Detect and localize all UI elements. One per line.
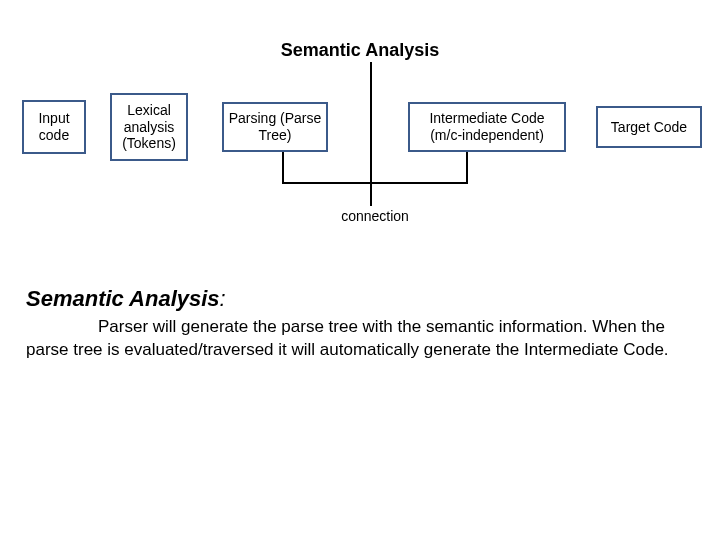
- section-heading-text: Semantic Analysis: [26, 286, 220, 311]
- box-lexical: Lexical analysis (Tokens): [110, 93, 188, 161]
- section-heading: Semantic Analysis:: [26, 286, 226, 312]
- box-target-label: Target Code: [611, 119, 687, 136]
- connector-title-down: [370, 62, 372, 182]
- connector-bottom-join: [282, 182, 468, 184]
- connector-bottom-center: [370, 182, 372, 206]
- box-parsing-label: Parsing (Parse Tree): [228, 110, 322, 144]
- box-input-code: Input code: [22, 100, 86, 154]
- diagram-title: Semantic Analysis: [0, 40, 720, 61]
- box-lexical-label: Lexical analysis (Tokens): [116, 102, 182, 152]
- box-target: Target Code: [596, 106, 702, 148]
- body-text: Parser will generate the parse tree with…: [26, 316, 686, 362]
- section-heading-suffix: :: [220, 286, 226, 311]
- box-input-code-label: Input code: [28, 110, 80, 144]
- connector-parsing-down: [282, 152, 284, 182]
- box-parsing: Parsing (Parse Tree): [222, 102, 328, 152]
- connection-label: connection: [320, 208, 430, 224]
- connector-intermediate-down: [466, 152, 468, 182]
- box-intermediate-label: Intermediate Code (m/c-independent): [414, 110, 560, 144]
- box-intermediate: Intermediate Code (m/c-independent): [408, 102, 566, 152]
